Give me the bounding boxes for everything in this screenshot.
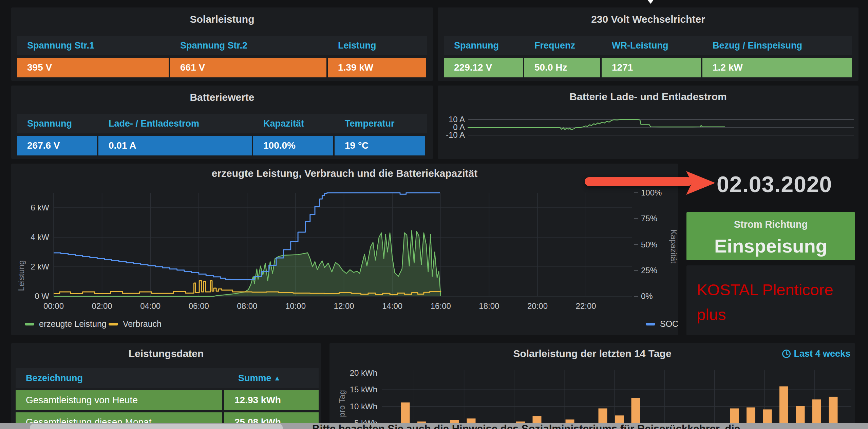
strom-richtung-value: Einspeisung (686, 235, 855, 257)
svg-text:02:00: 02:00 (92, 301, 112, 311)
panel-title-wechselrichter[interactable]: 230 Volt Wechselrichter (438, 14, 858, 25)
inverter-model-text: KOSTAL Plenticore plus (686, 265, 855, 327)
batt-value-kapazitaet: 100.0% (253, 136, 333, 155)
leistungsdaten-header-summe[interactable]: Summe ▲ (228, 368, 319, 388)
bottom-cutoff-text: Bitte beachten Sie auch die Hinweise des… (312, 423, 740, 429)
solar-col-header-1[interactable]: Spannung Str.1 (17, 36, 169, 55)
panel-strom-richtung: Strom Richtung Einspeisung (686, 212, 855, 260)
panel-batteriewerte: Batteriewerte Spannung Lade- / Entladest… (11, 86, 433, 159)
panel-solarleistung: Solarleistung Spannung Str.1 Spannung St… (11, 7, 433, 81)
leistungsdaten-header-bezeichnung[interactable]: Bezeichnung (16, 368, 226, 388)
svg-text:6 kW: 6 kW (31, 203, 49, 212)
svg-text:22:00: 22:00 (576, 301, 596, 311)
solar-value-spannung-str1: 395 V (17, 58, 169, 77)
panel-leistungsdaten: Leistungsdaten Bezeichnung Summe ▲ Gesam… (11, 343, 321, 429)
svg-text:2 kW: 2 kW (31, 262, 49, 271)
panel-title-batteriewerte[interactable]: Batteriewerte (11, 92, 433, 103)
date-annotation: 02.03.2020 (717, 171, 832, 197)
panel-inverter-model: KOSTAL Plenticore plus (686, 265, 855, 335)
solar-col-header-3[interactable]: Leistung (328, 36, 426, 55)
batt-value-strom: 0.01 A (98, 136, 252, 155)
panel-title-solarleistung[interactable]: Solarleistung (11, 14, 433, 25)
svg-text:Kapazität: Kapazität (669, 229, 678, 263)
sort-ascending-icon: ▲ (274, 374, 281, 382)
wr-value-wr-leistung: 1271 (602, 58, 701, 77)
batt-col-header-2[interactable]: Lade- / Entladestrom (98, 114, 252, 133)
legend-swatch-blue (646, 323, 655, 325)
svg-text:04:00: 04:00 (140, 301, 161, 311)
svg-text:12:00: 12:00 (334, 301, 354, 311)
svg-text:75%: 75% (641, 214, 657, 223)
legend-item-verbrauch[interactable]: Verbrauch (109, 319, 162, 329)
table-row-heute-label: Gesamtleistung von Heute (16, 390, 222, 410)
wr-col-header-3[interactable]: WR-Leistung (602, 36, 701, 55)
svg-text:25%: 25% (641, 266, 657, 275)
wr-col-header-2[interactable]: Frequenz (524, 36, 600, 55)
svg-text:20:00: 20:00 (527, 301, 548, 311)
legend-item-erzeugte-leistung[interactable]: erzeugte Leistung (25, 319, 107, 329)
legend-item-soc[interactable]: SOC (646, 319, 678, 329)
grafana-solar-dashboard: Solarleistung Spannung Str.1 Spannung St… (0, 0, 868, 429)
legend-label-soc: SOC (660, 319, 678, 329)
red-arrow-annotation (585, 177, 692, 186)
batt-col-header-4[interactable]: Temperatur (335, 114, 425, 133)
svg-text:50%: 50% (641, 240, 657, 249)
svg-text:0%: 0% (641, 292, 653, 301)
svg-text:Leistung: Leistung (17, 260, 26, 291)
wr-value-bezug-einspeisung: 1.2 kW (702, 58, 852, 77)
panel-title-leistungsdaten[interactable]: Leistungsdaten (11, 348, 321, 359)
main-chart[interactable]: 00:0002:0004:0006:0008:0010:0012:0014:00… (11, 164, 678, 335)
batt-value-spannung: 267.6 V (17, 136, 97, 155)
svg-text:15 kWh: 15 kWh (350, 385, 377, 394)
svg-text:20 kWh: 20 kWh (350, 368, 377, 377)
wr-value-frequenz: 50.0 Hz (524, 58, 600, 77)
solar-col-header-2[interactable]: Spannung Str.2 (170, 36, 326, 55)
panel-wechselrichter: 230 Volt Wechselrichter Spannung Frequen… (438, 7, 858, 81)
svg-text:14:00: 14:00 (382, 301, 402, 311)
background-window-bump (30, 424, 283, 429)
solar-14-days-bar-chart[interactable]: 5 kWh10 kWh15 kWh20 kWhpro Tag (329, 343, 855, 429)
legend-label-verbrauch: Verbrauch (123, 319, 162, 329)
svg-text:-10 A: -10 A (446, 130, 465, 139)
svg-text:10 kWh: 10 kWh (350, 402, 377, 411)
svg-text:0 W: 0 W (35, 292, 49, 301)
wr-col-header-1[interactable]: Spannung (444, 36, 523, 55)
svg-text:06:00: 06:00 (189, 301, 209, 311)
panel-batteriestrom-chart: Batterie Lade- und Entladestrom 10 A0 A-… (438, 86, 858, 159)
wr-value-spannung: 229.12 V (444, 58, 523, 77)
svg-text:00:00: 00:00 (43, 301, 64, 311)
batt-col-header-3[interactable]: Kapazität (253, 114, 333, 133)
svg-text:08:00: 08:00 (237, 301, 257, 311)
svg-text:10:00: 10:00 (285, 301, 306, 311)
legend-swatch-green (25, 323, 34, 325)
strom-richtung-title: Strom Richtung (686, 219, 855, 230)
svg-text:16:00: 16:00 (431, 301, 451, 311)
wr-col-header-4[interactable]: Bezug / Einspeisung (702, 36, 852, 55)
table-row-heute-value: 12.93 kWh (224, 390, 319, 410)
legend-swatch-yellow (109, 323, 118, 325)
svg-text:pro Tag: pro Tag (337, 390, 346, 417)
svg-text:100%: 100% (641, 188, 662, 197)
svg-text:4 kW: 4 kW (31, 232, 49, 242)
panel-main-chart: erzeugte Leistung, Verbrauch und die Bat… (11, 164, 678, 335)
solar-value-spannung-str2: 661 V (170, 58, 326, 77)
svg-text:18:00: 18:00 (479, 301, 499, 311)
panel-solar-14-tage: Solarleistung der letzten 14 Tage Last 4… (329, 343, 855, 429)
legend-label-erzeugte-leistung: erzeugte Leistung (39, 319, 107, 329)
mouse-cursor-fragment (647, 0, 654, 4)
batt-col-header-1[interactable]: Spannung (17, 114, 97, 133)
battery-current-chart[interactable]: 10 A0 A-10 A (438, 86, 858, 159)
solar-value-leistung: 1.39 kW (328, 58, 426, 77)
summe-label: Summe (238, 373, 271, 383)
batt-value-temperatur: 19 °C (335, 136, 425, 155)
